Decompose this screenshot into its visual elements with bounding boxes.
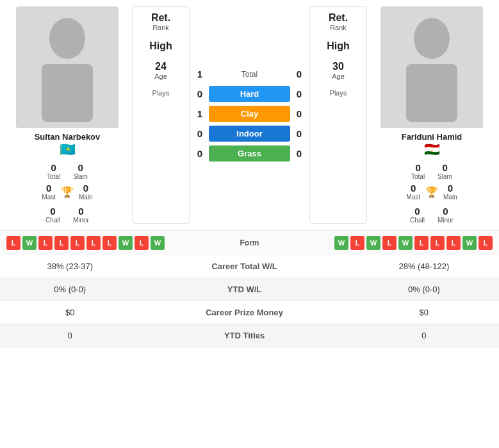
career-total-row: 38% (23-37) Career Total W/L 28% (48-122… [0, 255, 499, 278]
form-badge-l: L [414, 236, 429, 250]
player1-silhouette [16, 6, 119, 128]
player2-name: Fariduni Hamid [402, 132, 462, 142]
player2-trophy-icon: 🏆 [425, 186, 438, 198]
ytd-titles-p1: 0 [0, 324, 140, 347]
form-badge-w: W [119, 236, 133, 250]
indoor-btn[interactable]: Indoor [209, 126, 290, 142]
form-badge-l: L [446, 236, 461, 250]
career-total-label: Career Total W/L [140, 255, 348, 278]
grass-p2: 0 [293, 148, 306, 159]
form-badge-w: W [462, 236, 477, 250]
clay-btn[interactable]: Clay [209, 106, 290, 122]
player2-stats-top: 0 Total 0 Slam [411, 162, 452, 180]
player1-stats-top: 0 Total 0 Slam [47, 162, 88, 180]
form-badge-l: L [135, 236, 149, 250]
form-badge-w: W [366, 236, 380, 250]
ytd-titles-p2: 0 [349, 324, 499, 347]
career-prize-row: $0 Career Prize Money $0 [0, 301, 499, 324]
player1-high-box: High [149, 40, 172, 52]
player1-trophy-row: 0 Mast 🏆 0 Main [42, 183, 92, 201]
player1-rank-box: Ret. Rank [151, 12, 170, 31]
ytd-wl-row: 0% (0-0) YTD W/L 0% (0-0) [0, 278, 499, 301]
indoor-p2: 0 [293, 128, 306, 139]
player1-plays-box: Plays [152, 89, 170, 97]
surface-column: 1 Total 0 0 Hard 0 1 Clay 0 0 [193, 6, 306, 224]
player1-slam: 0 Slam [73, 162, 88, 180]
svg-rect-1 [42, 64, 93, 122]
grass-row: 0 Grass 0 [193, 145, 306, 162]
player1-minor: 0 Minor [73, 206, 89, 224]
form-badge-l: L [479, 236, 493, 250]
ytd-wl-p2: 0% (0-0) [349, 278, 499, 301]
total-label: Total [206, 70, 293, 79]
career-prize-label: Career Prize Money [140, 301, 348, 324]
hard-btn[interactable]: Hard [209, 86, 290, 102]
player2-stats-box: Ret. Rank High 30 Age Plays [309, 6, 367, 224]
player1-stats-bottom: 0 Chall 0 Minor [45, 206, 89, 224]
svg-point-0 [49, 18, 85, 59]
form-badge-w: W [151, 236, 165, 250]
player1-flag: 🇰🇿 [60, 142, 76, 157]
player2-photo [380, 6, 483, 128]
form-badge-l: L [70, 236, 85, 250]
comparison-section: Sultan Narbekov 🇰🇿 0 Total 0 Slam 0 Mast… [0, 0, 499, 230]
form-section: LWLLLLLWLW Form WLWLWLLLWL [0, 230, 499, 255]
ytd-wl-p1: 0% (0-0) [0, 278, 140, 301]
player2-plays-box: Plays [330, 89, 347, 97]
indoor-p1: 0 [193, 128, 206, 139]
player2-age-box: 30 Age [332, 61, 345, 80]
player2-form-badges: WLWLWLLLWL [282, 236, 493, 250]
center-panel: Ret. Rank High 24 Age Plays 1 [132, 6, 367, 224]
hard-row: 0 Hard 0 [193, 86, 306, 102]
player2-stats-bottom: 0 Chall 0 Minor [410, 206, 454, 224]
svg-rect-3 [406, 64, 457, 122]
clay-p1: 1 [193, 108, 206, 119]
total-row: 1 Total 0 [193, 69, 306, 79]
career-prize-p2: $0 [349, 301, 499, 324]
clay-p2: 0 [293, 108, 306, 119]
player2-main: 0 Main [443, 183, 457, 201]
form-badge-l: L [382, 236, 397, 250]
player2-silhouette [380, 6, 483, 128]
grass-btn[interactable]: Grass [209, 145, 290, 162]
player2-card: Fariduni Hamid 🇹🇯 0 Total 0 Slam 0 Mast … [371, 6, 493, 224]
form-badge-w: W [22, 236, 37, 250]
form-badge-l: L [38, 236, 53, 250]
player2-rank-box: Ret. Rank [329, 12, 348, 31]
player2-minor: 0 Minor [438, 206, 454, 224]
ytd-wl-label: YTD W/L [140, 278, 348, 301]
form-badge-l: L [86, 236, 101, 250]
form-badge-w: W [334, 236, 348, 250]
player1-stats-box: Ret. Rank High 24 Age Plays [132, 6, 190, 224]
player2-total: 0 Total [411, 162, 425, 180]
player1-form-badges: LWLLLLLWLW [6, 236, 218, 250]
clay-row: 1 Clay 0 [193, 106, 306, 122]
player1-mast: 0 Mast [42, 183, 56, 201]
svg-point-2 [414, 18, 450, 59]
form-label: Form [218, 238, 282, 247]
player2-trophy-row: 0 Mast 🏆 0 Main [406, 183, 457, 201]
player2-mast: 0 Mast [406, 183, 420, 201]
form-badge-l: L [430, 236, 445, 250]
player1-trophy-icon: 🏆 [61, 186, 74, 198]
hard-p1: 0 [193, 88, 206, 99]
stats-table: 38% (23-37) Career Total W/L 28% (48-122… [0, 255, 499, 347]
form-badge-l: L [102, 236, 117, 250]
player2-flag: 🇹🇯 [424, 142, 440, 157]
main-container: Sultan Narbekov 🇰🇿 0 Total 0 Slam 0 Mast… [0, 0, 499, 347]
career-total-p2: 28% (48-122) [349, 255, 499, 278]
player1-chall: 0 Chall [45, 206, 60, 224]
career-total-p1: 38% (23-37) [0, 255, 140, 278]
total-p1: 1 [193, 69, 206, 79]
player2-slam: 0 Slam [438, 162, 452, 180]
form-badge-l: L [350, 236, 364, 250]
player1-name: Sultan Narbekov [35, 132, 101, 142]
hard-p2: 0 [293, 88, 306, 99]
form-badge-l: L [54, 236, 69, 250]
grass-p1: 0 [193, 148, 206, 159]
career-prize-p1: $0 [0, 301, 140, 324]
player1-card: Sultan Narbekov 🇰🇿 0 Total 0 Slam 0 Mast… [6, 6, 128, 224]
form-badge-w: W [398, 236, 413, 250]
total-p2: 0 [293, 69, 306, 79]
player1-total: 0 Total [47, 162, 60, 180]
